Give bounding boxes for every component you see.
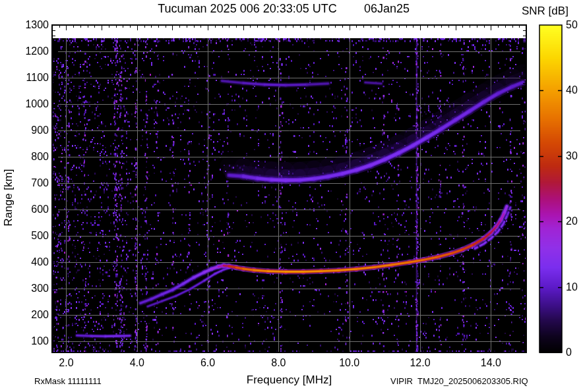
cb-tick-10: 10 (566, 281, 583, 293)
y-tick-1200: 1200 (13, 45, 49, 57)
y-tick-200: 200 (13, 309, 49, 321)
colorbar-title: SNR [dB] (522, 5, 568, 18)
x-tick-10: 10.0 (335, 357, 364, 369)
cb-tick-40: 40 (566, 84, 583, 96)
x-tick-14: 14.0 (476, 357, 505, 369)
cb-tick-30: 30 (566, 150, 583, 162)
y-tick-600: 600 (13, 204, 49, 215)
page-title: Tucuman 2025 006 20:33:05 UTC (106, 2, 389, 16)
y-tick-400: 400 (13, 256, 49, 268)
y-tick-500: 500 (13, 230, 49, 242)
filename-text: VIPIR TMJ20_2025006203305.RIQ (390, 376, 528, 386)
y-tick-1000: 1000 (13, 98, 49, 110)
y-tick-300: 300 (13, 283, 49, 294)
x-tick-8: 8.0 (264, 357, 293, 369)
x-tick-2: 2.0 (51, 357, 80, 369)
cb-tick-20: 20 (566, 215, 583, 227)
x-tick-12: 12.0 (406, 357, 435, 369)
rxmask-text: RxMask 11111111 (34, 376, 102, 386)
ionogram-viewer: Tucuman 2025 006 20:33:05 UTC 06Jan25 SN… (0, 0, 583, 392)
cb-tick-50: 50 (566, 19, 583, 31)
y-tick-900: 900 (13, 125, 49, 136)
cb-tick-0: 0 (566, 347, 583, 358)
title-date: 06Jan25 (364, 2, 410, 16)
ionogram-canvas (0, 0, 583, 392)
x-tick-4: 4.0 (123, 357, 152, 369)
y-tick-700: 700 (13, 177, 49, 189)
y-tick-800: 800 (13, 151, 49, 163)
y-tick-1100: 1100 (13, 72, 49, 84)
y-tick-100: 100 (13, 335, 49, 347)
x-tick-6: 6.0 (193, 357, 222, 369)
y-tick-1300: 1300 (13, 19, 49, 31)
